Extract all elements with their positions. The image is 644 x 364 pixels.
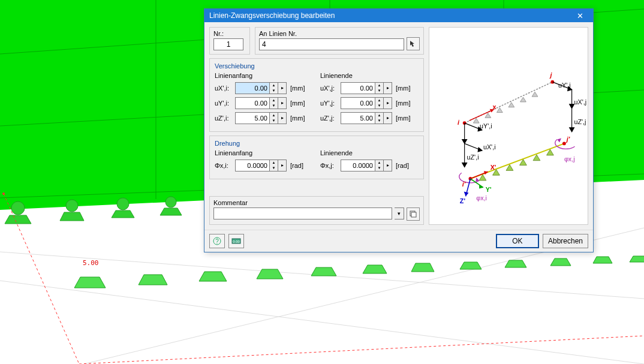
svg-marker-26 [505, 260, 526, 267]
svg-text:X': X' [490, 164, 496, 171]
lines-input[interactable] [259, 38, 404, 50]
svg-marker-24 [411, 263, 434, 272]
svg-text:Y': Y' [486, 186, 492, 193]
svg-marker-17 [160, 208, 182, 215]
units-icon: 0.00 [231, 237, 241, 245]
svg-marker-60 [478, 148, 482, 152]
cancel-button[interactable]: Abbrechen [543, 234, 588, 248]
svg-marker-39 [508, 103, 514, 107]
rotation-title: Drehung [215, 140, 419, 147]
svg-text:Z': Z' [460, 197, 465, 204]
dialog-footer: ? 0.00 OK Abbrechen [204, 230, 593, 252]
svg-line-1 [0, 281, 644, 364]
svg-marker-28 [593, 257, 612, 263]
svg-marker-70 [557, 139, 561, 143]
phi-xj-input[interactable] [341, 160, 375, 172]
svg-marker-40 [520, 97, 526, 102]
u2-j-label: uZ',j: [320, 115, 338, 122]
u0-i-label: uX',i: [215, 85, 233, 92]
u2-i-input[interactable] [235, 112, 270, 124]
u2-j-unit: [mm] [396, 115, 410, 122]
svg-text:x: x [493, 103, 496, 110]
svg-line-53 [469, 110, 493, 121]
dialog-titlebar[interactable]: Linien-Zwangsverschiebung bearbeiten ✕ [204, 9, 593, 22]
help-button[interactable]: ? [209, 234, 225, 248]
svg-point-10 [11, 201, 25, 215]
svg-text:φx,j: φx,j [564, 155, 575, 163]
svg-marker-23 [363, 265, 387, 273]
displacement-annotation: 5.00 [83, 259, 99, 267]
svg-text:uZ',j: uZ',j [574, 118, 586, 125]
svg-marker-20 [199, 272, 227, 281]
svg-point-16 [165, 197, 176, 207]
nr-input[interactable] [213, 38, 243, 50]
diagram-panel: i j i' j' x X' Y' Z' uY',i uX',i uZ',i u… [429, 27, 588, 225]
phi-xj-menu[interactable]: ▸ [384, 160, 392, 172]
svg-marker-37 [485, 113, 491, 118]
u2-i-label: uZ',i: [215, 115, 233, 122]
u2-j-input[interactable] [341, 112, 375, 124]
u2-j-menu[interactable]: ▸ [384, 112, 392, 124]
svg-marker-11 [5, 215, 31, 224]
svg-marker-36 [473, 118, 479, 123]
rot-unit-j: [rad] [396, 162, 409, 169]
line-end-label: Linienende [320, 72, 419, 79]
svg-text:φx,i: φx,i [476, 194, 487, 201]
lines-group: An Linien Nr. [255, 27, 424, 55]
help-icon: ? [213, 237, 221, 245]
comment-group: Kommentar ▾ [209, 196, 424, 225]
displacement-group: Verschiebung Linienanfang uX',i:▲▼▸[mm]u… [209, 58, 424, 132]
u1-j-menu[interactable]: ▸ [384, 97, 392, 109]
phi-xi-menu[interactable]: ▸ [278, 160, 287, 172]
u2-i-unit: [mm] [290, 115, 305, 122]
svg-marker-62 [462, 163, 467, 167]
lines-label: An Linien Nr. [259, 30, 420, 37]
phi-xi-label: Φx,i: [215, 162, 233, 169]
u2-i-menu[interactable]: ▸ [278, 112, 287, 124]
edit-line-displacement-dialog: Linien-Zwangsverschiebung bearbeiten ✕ N… [204, 8, 594, 252]
svg-text:uX',j: uX',j [574, 98, 587, 106]
units-button[interactable]: 0.00 [228, 234, 244, 248]
comment-input[interactable] [213, 207, 392, 219]
u0-j-input[interactable] [341, 82, 375, 94]
svg-point-52 [562, 142, 566, 145]
u0-j-spinner[interactable]: ▲▼ [375, 82, 384, 94]
comment-library-button[interactable] [407, 207, 420, 221]
rot-start-label: Linienanfang [215, 149, 313, 157]
u1-j-spinner[interactable]: ▲▼ [375, 97, 384, 109]
rot-end-label: Linienende [320, 149, 419, 157]
u1-i-label: uY',i: [215, 100, 233, 107]
u2-i-spinner[interactable]: ▲▼ [270, 112, 278, 124]
svg-marker-22 [311, 267, 336, 276]
svg-marker-19 [139, 275, 167, 285]
svg-text:j': j' [565, 136, 570, 143]
phi-xi-spinner[interactable]: ▲▼ [270, 160, 278, 172]
comment-dropdown-button[interactable]: ▾ [395, 207, 404, 219]
u1-i-menu[interactable]: ▸ [278, 97, 287, 109]
phi-xi-input[interactable] [235, 160, 270, 172]
svg-point-12 [66, 200, 78, 212]
u1-j-input[interactable] [341, 97, 375, 109]
nr-group: Nr.: [209, 27, 250, 55]
svg-text:uZ',i: uZ',i [467, 154, 479, 161]
nr-label: Nr.: [213, 30, 246, 37]
svg-line-31 [79, 336, 644, 364]
u0-i-menu[interactable]: ▸ [278, 82, 287, 94]
u2-j-spinner[interactable]: ▲▼ [375, 112, 384, 124]
u0-i-input[interactable] [235, 82, 270, 94]
pick-lines-button[interactable] [407, 37, 420, 50]
u0-i-spinner[interactable]: ▲▼ [270, 82, 278, 94]
svg-text:i: i [458, 119, 460, 126]
phi-xj-spinner[interactable]: ▲▼ [375, 160, 384, 172]
u0-j-menu[interactable]: ▸ [384, 82, 392, 94]
u1-i-spinner[interactable]: ▲▼ [270, 97, 278, 109]
comment-label: Kommentar [213, 199, 420, 206]
svg-text:0.00: 0.00 [233, 240, 240, 243]
u1-i-input[interactable] [235, 97, 270, 109]
u1-j-unit: [mm] [396, 100, 410, 107]
close-icon[interactable]: ✕ [569, 11, 591, 20]
dialog-title: Linien-Zwangsverschiebung bearbeiten [209, 11, 569, 20]
rotation-group: Drehung Linienanfang Φx,i: ▲▼ ▸ [rad] [209, 136, 424, 179]
ok-button[interactable]: OK [496, 234, 539, 248]
stack-icon [410, 210, 417, 218]
